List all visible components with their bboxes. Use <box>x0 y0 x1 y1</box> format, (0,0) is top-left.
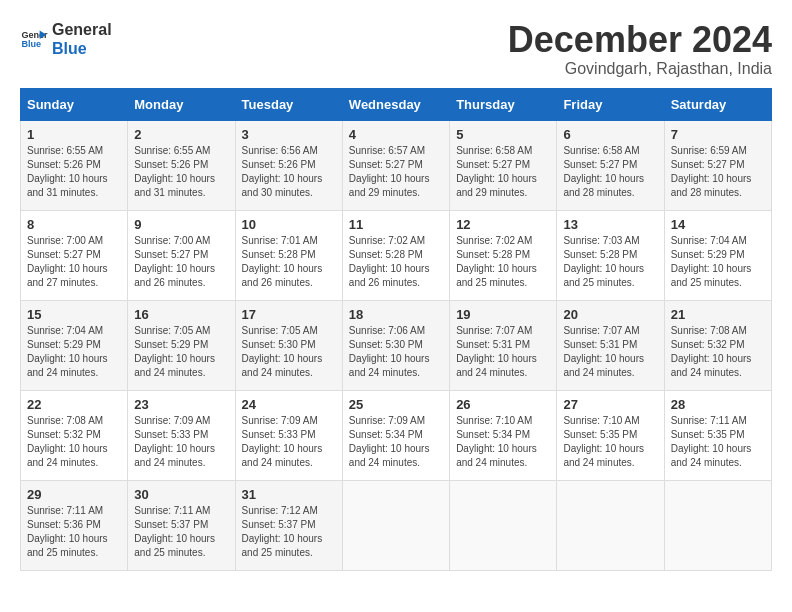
day-number: 22 <box>27 397 121 412</box>
day-info: Sunrise: 7:07 AMSunset: 5:31 PMDaylight:… <box>563 324 657 380</box>
day-number: 2 <box>134 127 228 142</box>
day-number: 19 <box>456 307 550 322</box>
day-number: 14 <box>671 217 765 232</box>
calendar-table: Sunday Monday Tuesday Wednesday Thursday… <box>20 88 772 571</box>
cell-week1-day1: 2 Sunrise: 6:55 AMSunset: 5:26 PMDayligh… <box>128 120 235 210</box>
day-number: 20 <box>563 307 657 322</box>
day-number: 21 <box>671 307 765 322</box>
day-number: 15 <box>27 307 121 322</box>
cell-week2-day1: 9 Sunrise: 7:00 AMSunset: 5:27 PMDayligh… <box>128 210 235 300</box>
day-number: 29 <box>27 487 121 502</box>
day-info: Sunrise: 7:04 AMSunset: 5:29 PMDaylight:… <box>27 324 121 380</box>
day-info: Sunrise: 7:08 AMSunset: 5:32 PMDaylight:… <box>27 414 121 470</box>
day-info: Sunrise: 7:07 AMSunset: 5:31 PMDaylight:… <box>456 324 550 380</box>
cell-week4-day4: 26 Sunrise: 7:10 AMSunset: 5:34 PMDaylig… <box>450 390 557 480</box>
day-info: Sunrise: 7:01 AMSunset: 5:28 PMDaylight:… <box>242 234 336 290</box>
cell-week1-day4: 5 Sunrise: 6:58 AMSunset: 5:27 PMDayligh… <box>450 120 557 210</box>
cell-week1-day2: 3 Sunrise: 6:56 AMSunset: 5:26 PMDayligh… <box>235 120 342 210</box>
day-info: Sunrise: 7:03 AMSunset: 5:28 PMDaylight:… <box>563 234 657 290</box>
cell-week1-day6: 7 Sunrise: 6:59 AMSunset: 5:27 PMDayligh… <box>664 120 771 210</box>
day-number: 23 <box>134 397 228 412</box>
day-info: Sunrise: 7:09 AMSunset: 5:33 PMDaylight:… <box>134 414 228 470</box>
day-number: 24 <box>242 397 336 412</box>
day-number: 4 <box>349 127 443 142</box>
week-row-4: 22 Sunrise: 7:08 AMSunset: 5:32 PMDaylig… <box>21 390 772 480</box>
logo-icon: General Blue <box>20 25 48 53</box>
day-number: 11 <box>349 217 443 232</box>
cell-week3-day6: 21 Sunrise: 7:08 AMSunset: 5:32 PMDaylig… <box>664 300 771 390</box>
cell-week2-day5: 13 Sunrise: 7:03 AMSunset: 5:28 PMDaylig… <box>557 210 664 300</box>
page-header: General Blue General Blue December 2024 … <box>20 20 772 78</box>
cell-week4-day2: 24 Sunrise: 7:09 AMSunset: 5:33 PMDaylig… <box>235 390 342 480</box>
day-number: 30 <box>134 487 228 502</box>
cell-week3-day5: 20 Sunrise: 7:07 AMSunset: 5:31 PMDaylig… <box>557 300 664 390</box>
day-number: 26 <box>456 397 550 412</box>
header-friday: Friday <box>557 88 664 120</box>
day-info: Sunrise: 6:58 AMSunset: 5:27 PMDaylight:… <box>456 144 550 200</box>
header-thursday: Thursday <box>450 88 557 120</box>
day-info: Sunrise: 7:04 AMSunset: 5:29 PMDaylight:… <box>671 234 765 290</box>
day-info: Sunrise: 7:02 AMSunset: 5:28 PMDaylight:… <box>456 234 550 290</box>
cell-week5-day2: 31 Sunrise: 7:12 AMSunset: 5:37 PMDaylig… <box>235 480 342 570</box>
location: Govindgarh, Rajasthan, India <box>508 60 772 78</box>
day-number: 5 <box>456 127 550 142</box>
day-info: Sunrise: 6:58 AMSunset: 5:27 PMDaylight:… <box>563 144 657 200</box>
day-info: Sunrise: 6:56 AMSunset: 5:26 PMDaylight:… <box>242 144 336 200</box>
day-info: Sunrise: 6:55 AMSunset: 5:26 PMDaylight:… <box>134 144 228 200</box>
cell-week5-day6 <box>664 480 771 570</box>
day-info: Sunrise: 7:06 AMSunset: 5:30 PMDaylight:… <box>349 324 443 380</box>
day-info: Sunrise: 7:09 AMSunset: 5:33 PMDaylight:… <box>242 414 336 470</box>
cell-week2-day4: 12 Sunrise: 7:02 AMSunset: 5:28 PMDaylig… <box>450 210 557 300</box>
day-number: 8 <box>27 217 121 232</box>
day-info: Sunrise: 7:09 AMSunset: 5:34 PMDaylight:… <box>349 414 443 470</box>
header-wednesday: Wednesday <box>342 88 449 120</box>
cell-week5-day4 <box>450 480 557 570</box>
cell-week2-day6: 14 Sunrise: 7:04 AMSunset: 5:29 PMDaylig… <box>664 210 771 300</box>
cell-week2-day2: 10 Sunrise: 7:01 AMSunset: 5:28 PMDaylig… <box>235 210 342 300</box>
day-info: Sunrise: 7:10 AMSunset: 5:34 PMDaylight:… <box>456 414 550 470</box>
day-number: 1 <box>27 127 121 142</box>
cell-week5-day5 <box>557 480 664 570</box>
day-number: 27 <box>563 397 657 412</box>
week-row-3: 15 Sunrise: 7:04 AMSunset: 5:29 PMDaylig… <box>21 300 772 390</box>
day-number: 6 <box>563 127 657 142</box>
cell-week5-day1: 30 Sunrise: 7:11 AMSunset: 5:37 PMDaylig… <box>128 480 235 570</box>
cell-week5-day3 <box>342 480 449 570</box>
day-number: 12 <box>456 217 550 232</box>
day-info: Sunrise: 7:05 AMSunset: 5:30 PMDaylight:… <box>242 324 336 380</box>
cell-week2-day3: 11 Sunrise: 7:02 AMSunset: 5:28 PMDaylig… <box>342 210 449 300</box>
day-number: 18 <box>349 307 443 322</box>
day-number: 25 <box>349 397 443 412</box>
cell-week4-day5: 27 Sunrise: 7:10 AMSunset: 5:35 PMDaylig… <box>557 390 664 480</box>
day-info: Sunrise: 7:11 AMSunset: 5:36 PMDaylight:… <box>27 504 121 560</box>
cell-week4-day6: 28 Sunrise: 7:11 AMSunset: 5:35 PMDaylig… <box>664 390 771 480</box>
day-info: Sunrise: 7:11 AMSunset: 5:35 PMDaylight:… <box>671 414 765 470</box>
days-header-row: Sunday Monday Tuesday Wednesday Thursday… <box>21 88 772 120</box>
header-sunday: Sunday <box>21 88 128 120</box>
day-info: Sunrise: 7:00 AMSunset: 5:27 PMDaylight:… <box>27 234 121 290</box>
day-info: Sunrise: 6:55 AMSunset: 5:26 PMDaylight:… <box>27 144 121 200</box>
week-row-2: 8 Sunrise: 7:00 AMSunset: 5:27 PMDayligh… <box>21 210 772 300</box>
svg-text:Blue: Blue <box>21 40 41 50</box>
day-number: 31 <box>242 487 336 502</box>
day-number: 16 <box>134 307 228 322</box>
cell-week1-day5: 6 Sunrise: 6:58 AMSunset: 5:27 PMDayligh… <box>557 120 664 210</box>
day-number: 7 <box>671 127 765 142</box>
day-info: Sunrise: 7:12 AMSunset: 5:37 PMDaylight:… <box>242 504 336 560</box>
day-number: 17 <box>242 307 336 322</box>
week-row-5: 29 Sunrise: 7:11 AMSunset: 5:36 PMDaylig… <box>21 480 772 570</box>
cell-week1-day3: 4 Sunrise: 6:57 AMSunset: 5:27 PMDayligh… <box>342 120 449 210</box>
day-number: 13 <box>563 217 657 232</box>
week-row-1: 1 Sunrise: 6:55 AMSunset: 5:26 PMDayligh… <box>21 120 772 210</box>
cell-week3-day3: 18 Sunrise: 7:06 AMSunset: 5:30 PMDaylig… <box>342 300 449 390</box>
cell-week4-day0: 22 Sunrise: 7:08 AMSunset: 5:32 PMDaylig… <box>21 390 128 480</box>
day-info: Sunrise: 7:10 AMSunset: 5:35 PMDaylight:… <box>563 414 657 470</box>
day-info: Sunrise: 7:00 AMSunset: 5:27 PMDaylight:… <box>134 234 228 290</box>
cell-week4-day3: 25 Sunrise: 7:09 AMSunset: 5:34 PMDaylig… <box>342 390 449 480</box>
month-title: December 2024 <box>508 20 772 60</box>
header-monday: Monday <box>128 88 235 120</box>
day-number: 10 <box>242 217 336 232</box>
day-info: Sunrise: 7:08 AMSunset: 5:32 PMDaylight:… <box>671 324 765 380</box>
logo: General Blue General Blue <box>20 20 112 58</box>
title-block: December 2024 Govindgarh, Rajasthan, Ind… <box>508 20 772 78</box>
